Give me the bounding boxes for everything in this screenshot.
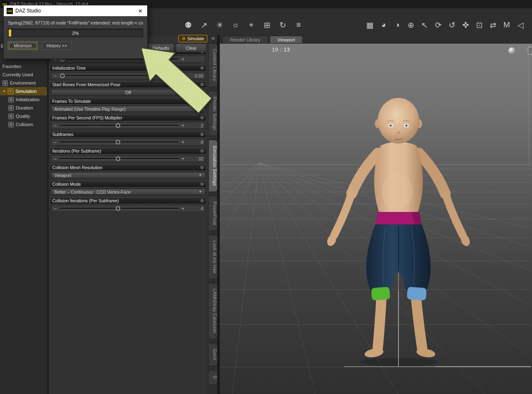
slider-track[interactable]: [60, 139, 178, 145]
viewport-timecode: 10 : 13: [272, 47, 290, 53]
slider-handle[interactable]: [116, 206, 120, 211]
viewport-cube-icon[interactable]: [528, 47, 532, 54]
tab-d[interactable]: D: [209, 370, 218, 385]
gear-icon[interactable]: ⚙: [200, 82, 204, 88]
minimize-button[interactable]: Minimize: [8, 41, 38, 50]
dropdown[interactable]: Viewport▼: [51, 172, 205, 178]
slider-track[interactable]: [60, 123, 178, 128]
gear-icon[interactable]: ⚙: [200, 115, 204, 121]
measure-metrics-icon[interactable]: M: [501, 19, 513, 31]
slider-handle[interactable]: [116, 140, 120, 144]
orbit-view-icon[interactable]: ↻: [277, 19, 289, 31]
param-slider[interactable]: –+2: [51, 122, 205, 129]
gear-icon[interactable]: ⚙: [200, 66, 204, 71]
sidebar-item-simulation[interactable]: ▼GSimulation: [0, 87, 47, 95]
render-settings-icon[interactable]: ☼: [230, 19, 241, 31]
clear-button[interactable]: Clear: [176, 44, 206, 52]
dome-rotation-icon[interactable]: [508, 47, 515, 54]
slider-track[interactable]: [60, 156, 178, 161]
defaults-button[interactable]: Defaults: [148, 44, 174, 52]
edge-partial-icon[interactable]: ◁: [515, 19, 526, 31]
nvidia-iray-icon[interactable]: ◕: [378, 19, 389, 31]
aux-viewport-icon[interactable]: ⊕: [405, 19, 417, 31]
slider-track[interactable]: [60, 73, 178, 78]
rotate-tool-icon[interactable]: ⟳: [432, 19, 444, 31]
sidebar-item-favorites[interactable]: Favorites: [0, 62, 47, 71]
expand-arrow-icon[interactable]: ▼: [2, 90, 6, 93]
slider-handle[interactable]: [116, 156, 120, 161]
decrement-icon[interactable]: –: [53, 74, 57, 78]
close-icon[interactable]: ✕: [136, 8, 144, 14]
decrement-icon[interactable]: –: [53, 207, 57, 211]
texture-shaded-icon[interactable]: ▦: [364, 19, 376, 31]
param-slider[interactable]: –+8: [51, 139, 205, 146]
sidebar-item-label: Collision: [16, 122, 33, 127]
sidebar-item-collision[interactable]: GCollision: [0, 120, 47, 129]
dropdown[interactable]: Better – Continuous : CCD Vertex-Face▼: [51, 189, 205, 195]
gear-icon[interactable]: ⚙: [200, 132, 204, 137]
add-light-icon[interactable]: ✳: [214, 19, 226, 31]
tab-powerpose[interactable]: PowerPose: [209, 196, 218, 231]
tab-look-at-my-hair[interactable]: Look at my Hair: [209, 235, 218, 280]
decrement-icon[interactable]: –: [53, 157, 57, 161]
tab-simulation-settings[interactable]: Simulation Settings: [209, 140, 218, 192]
dropdown[interactable]: Animated (Use Timeline Play Range)▼: [51, 106, 205, 112]
param-slider[interactable]: –+4: [51, 205, 205, 212]
sidebar-item-environment[interactable]: GEnvironment: [0, 79, 47, 87]
param-label: Collision Mesh Resolution: [52, 165, 102, 170]
tab-content-library[interactable]: Content Library: [209, 43, 218, 87]
simulate-label: Simulate: [187, 36, 204, 41]
simulate-gear-icon: ⚙: [182, 36, 186, 41]
smooth-shaded-icon[interactable]: ◑: [391, 19, 403, 31]
viewport-canvas[interactable]: 10 : 13: [220, 43, 532, 394]
decrement-icon[interactable]: –: [53, 124, 57, 128]
toggle-button[interactable]: Off: [51, 89, 205, 95]
viewport-tab-render-library[interactable]: Render Library: [222, 36, 268, 43]
node-connections-icon[interactable]: ⇄: [487, 19, 499, 31]
increment-icon[interactable]: +: [181, 157, 185, 161]
tab-genx[interactable]: GenX: [209, 343, 218, 366]
sidebar-item-currently-used[interactable]: Currently Used: [0, 71, 47, 79]
view-options-icon[interactable]: ≡: [293, 19, 304, 31]
viewport-tab-viewport[interactable]: Viewport: [270, 36, 303, 43]
progress-dialog: DS DAZ Studio ✕ Spring(2982, 87719) of n…: [3, 5, 148, 59]
simulation-tree-sidebar: FavoritesCurrently UsedGEnvironment▼GSim…: [0, 36, 47, 394]
slider-handle[interactable]: [116, 123, 120, 128]
gear-icon[interactable]: ⚙: [200, 198, 204, 204]
tab-lamh2iray-catalyzer[interactable]: LAMH2Iray Catalyzer: [209, 283, 218, 339]
increment-icon[interactable]: +: [181, 140, 185, 144]
param-header: Subframes⚙: [50, 131, 206, 138]
decrement-icon[interactable]: –: [53, 140, 57, 144]
viewport-tabbar: Render LibraryViewport: [220, 35, 532, 43]
sidebar-item-quality[interactable]: GQuality: [0, 112, 47, 120]
tab-render-settings[interactable]: Render Settings: [209, 91, 218, 136]
sidebar-item-initialization[interactable]: GInitialization: [0, 95, 47, 104]
history-button[interactable]: History >>: [42, 41, 72, 50]
gear-icon[interactable]: ⚙: [200, 99, 204, 104]
pane-menu-icon[interactable]: ≡: [211, 35, 215, 43]
increment-icon[interactable]: +: [181, 74, 185, 78]
simulate-button[interactable]: ⚙ Simulate: [178, 35, 207, 42]
active-pose-tool-icon[interactable]: ↺: [446, 19, 458, 31]
slider-track[interactable]: [60, 206, 178, 211]
slider-handle[interactable]: [60, 73, 65, 78]
param-slider[interactable]: –+0.00: [51, 72, 205, 79]
increment-icon[interactable]: +: [181, 207, 185, 211]
gear-icon[interactable]: ⚙: [200, 165, 204, 170]
node-selection-icon[interactable]: ↖: [419, 19, 430, 31]
increment-icon[interactable]: +: [181, 124, 185, 128]
gear-icon[interactable]: ⚙: [200, 148, 204, 154]
add-figure-icon[interactable]: ⚉: [182, 19, 194, 31]
dialog-titlebar[interactable]: DS DAZ Studio ✕: [4, 5, 147, 16]
param-group-collision-mode: Collision Mode⚙Better – Continuous : CCD…: [50, 181, 206, 195]
add-spotlight-icon[interactable]: ⌖: [245, 19, 257, 31]
universal-tool-icon[interactable]: ✜: [460, 19, 471, 31]
gear-icon[interactable]: ⚙: [200, 182, 204, 187]
param-slider[interactable]: –+32: [51, 155, 205, 162]
add-camera-icon[interactable]: ⊞: [261, 19, 273, 31]
param-label: Collision Mode: [52, 182, 81, 187]
increment-icon[interactable]: +: [181, 57, 185, 61]
sidebar-item-duration[interactable]: GDuration: [0, 104, 47, 112]
pose-transfer-icon[interactable]: ↗: [198, 19, 210, 31]
translate-tool-icon[interactable]: ⊡: [474, 19, 485, 31]
